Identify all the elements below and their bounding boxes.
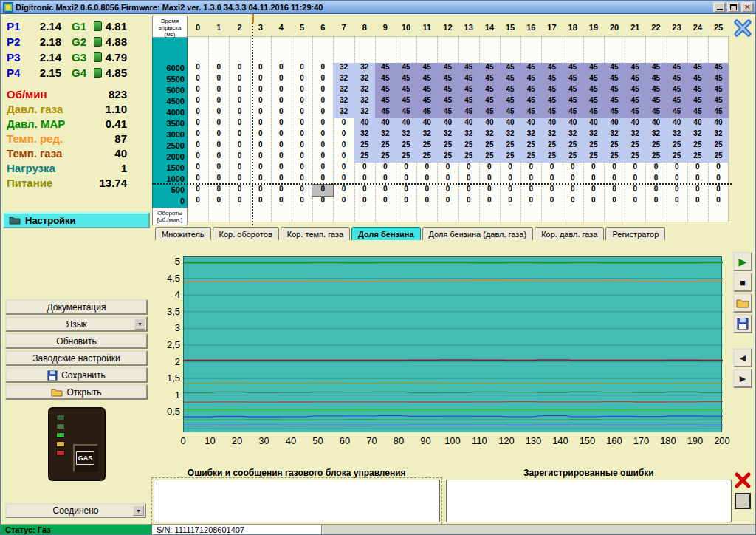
map-cell[interactable]: 25 — [479, 151, 500, 163]
record-stop-button[interactable]: ■ — [733, 273, 752, 292]
map-cell[interactable]: 0 — [500, 196, 520, 207]
map-cell[interactable]: 45 — [667, 74, 687, 85]
map-cell[interactable]: 0 — [604, 196, 625, 207]
map-cell[interactable]: 0 — [625, 163, 645, 174]
map-cell[interactable]: 0 — [292, 96, 312, 107]
map-cell[interactable]: 45 — [625, 74, 645, 85]
map-cell[interactable]: 45 — [500, 107, 520, 118]
map-cell[interactable]: 40 — [563, 118, 583, 129]
map-cell[interactable]: 0 — [563, 196, 583, 207]
map-cell[interactable]: 0 — [437, 185, 458, 196]
map-cell[interactable]: 0 — [312, 185, 333, 196]
map-cell[interactable]: 0 — [292, 151, 312, 163]
map-cell[interactable]: 0 — [563, 185, 583, 196]
map-cell[interactable]: 25 — [396, 151, 416, 163]
maximize-button[interactable] — [727, 2, 740, 13]
map-cell[interactable]: 45 — [541, 63, 562, 74]
map-cell[interactable]: 0 — [271, 185, 292, 196]
map-cell[interactable]: 0 — [312, 140, 333, 151]
map-close-icon[interactable] — [733, 18, 752, 38]
map-cell[interactable]: 0 — [229, 196, 250, 207]
map-cell[interactable]: 25 — [375, 140, 396, 151]
map-cell[interactable]: 0 — [312, 129, 333, 140]
map-cell[interactable]: 32 — [354, 129, 375, 140]
map-cell[interactable]: 45 — [667, 107, 687, 118]
map-cell[interactable]: 0 — [354, 196, 375, 207]
map-cell[interactable]: 0 — [208, 196, 229, 207]
map-cell[interactable]: 45 — [563, 63, 583, 74]
map-cell[interactable]: 25 — [687, 151, 708, 163]
map-cell[interactable]: 0 — [229, 63, 250, 74]
map-cell[interactable]: 40 — [396, 118, 416, 129]
map-cell[interactable]: 40 — [604, 118, 625, 129]
map-cell[interactable]: 45 — [687, 107, 708, 118]
map-cell[interactable]: 0 — [645, 185, 666, 196]
map-cell[interactable]: 45 — [375, 85, 396, 96]
map-cell[interactable]: 45 — [437, 63, 458, 74]
map-cell[interactable]: 25 — [458, 140, 479, 151]
map-cell[interactable]: 0 — [271, 151, 292, 163]
map-cell[interactable]: 45 — [708, 107, 729, 118]
map-cell[interactable]: 0 — [188, 74, 208, 85]
map-cell[interactable]: 45 — [563, 96, 583, 107]
map-cell[interactable]: 0 — [292, 118, 312, 129]
map-cell[interactable]: 25 — [667, 151, 687, 163]
map-cell[interactable]: 25 — [708, 140, 729, 151]
map-cell[interactable]: 45 — [479, 85, 500, 96]
map-cell[interactable]: 0 — [312, 151, 333, 163]
map-cell[interactable]: 40 — [645, 118, 666, 129]
map-cell[interactable]: 40 — [479, 118, 500, 129]
map-cell[interactable]: 0 — [458, 196, 479, 207]
map-cell[interactable]: 32 — [687, 129, 708, 140]
map-cell[interactable]: 32 — [375, 129, 396, 140]
map-cell[interactable]: 45 — [541, 85, 562, 96]
map-cell[interactable]: 25 — [604, 151, 625, 163]
map-cell[interactable]: 45 — [625, 85, 645, 96]
map-cell[interactable]: 45 — [375, 107, 396, 118]
map-cell[interactable]: 45 — [479, 96, 500, 107]
map-cell[interactable]: 45 — [500, 63, 520, 74]
map-cell[interactable]: 45 — [583, 74, 604, 85]
registered-errors-box[interactable] — [446, 480, 732, 522]
map-cell[interactable]: 45 — [667, 63, 687, 74]
map-cell[interactable]: 32 — [416, 129, 437, 140]
map-cell[interactable]: 45 — [687, 85, 708, 96]
map-cell[interactable]: 25 — [416, 151, 437, 163]
gas-switch-button[interactable]: GAS — [73, 444, 98, 472]
map-cell[interactable]: 45 — [437, 85, 458, 96]
map-cell[interactable]: 40 — [583, 118, 604, 129]
map-cell[interactable]: 0 — [667, 196, 687, 207]
map-cell[interactable]: 45 — [375, 96, 396, 107]
map-cell[interactable]: 0 — [437, 196, 458, 207]
map-cell[interactable]: 0 — [479, 185, 500, 196]
map-cell[interactable]: 0 — [396, 196, 416, 207]
map-cell[interactable]: 0 — [333, 196, 354, 207]
map-cell[interactable]: 45 — [396, 85, 416, 96]
map-cell[interactable]: 45 — [687, 96, 708, 107]
map-cell[interactable]: 0 — [375, 163, 396, 174]
map-cell[interactable]: 0 — [229, 74, 250, 85]
map-cell[interactable]: 45 — [708, 96, 729, 107]
map-cell[interactable]: 45 — [458, 63, 479, 74]
map-cell[interactable]: 0 — [292, 196, 312, 207]
map-cell[interactable]: 0 — [312, 74, 333, 85]
map-cell[interactable]: 0 — [229, 118, 250, 129]
map-cell[interactable]: 0 — [687, 196, 708, 207]
map-cell[interactable]: 45 — [520, 63, 541, 74]
map-cell[interactable]: 32 — [333, 85, 354, 96]
map-cell[interactable]: 0 — [292, 129, 312, 140]
map-cell[interactable]: 40 — [500, 118, 520, 129]
map-cell[interactable]: 40 — [708, 118, 729, 129]
map-cell[interactable]: 0 — [687, 185, 708, 196]
map-cell[interactable]: 45 — [520, 107, 541, 118]
map-cell[interactable]: 45 — [645, 107, 666, 118]
map-cell[interactable]: 45 — [437, 74, 458, 85]
map-cell[interactable]: 45 — [437, 96, 458, 107]
map-cell[interactable]: 45 — [541, 96, 562, 107]
map-cell[interactable]: 45 — [416, 107, 437, 118]
map-cell[interactable]: 0 — [312, 63, 333, 74]
map-cell[interactable]: 45 — [541, 74, 562, 85]
map-cell[interactable]: 25 — [667, 140, 687, 151]
map-cell[interactable]: 0 — [271, 140, 292, 151]
map-cell[interactable]: 0 — [375, 196, 396, 207]
